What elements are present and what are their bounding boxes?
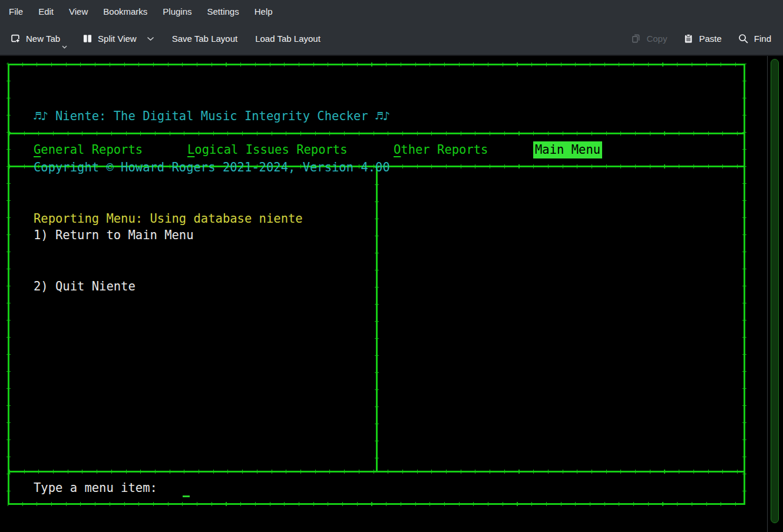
find-button[interactable]: Find (738, 34, 771, 44)
search-icon (738, 34, 749, 44)
new-tab-button[interactable]: New Tab (11, 34, 60, 44)
menu-view[interactable]: View (61, 0, 95, 22)
menu-option-return-main-menu[interactable]: 1) Return to Main Menu (34, 227, 194, 244)
find-label: Find (754, 34, 771, 44)
new-tab-label: New Tab (26, 34, 60, 44)
tui-border-bottom (8, 503, 745, 505)
load-tab-layout-button[interactable]: Load Tab Layout (255, 34, 321, 44)
split-view-chevron-icon[interactable] (147, 37, 154, 41)
konsole-window: File Edit View Bookmarks Plugins Setting… (0, 0, 783, 532)
paste-button[interactable]: Paste (683, 34, 721, 44)
scrollbar-thumb[interactable] (771, 59, 779, 523)
scrollbar-separator (767, 56, 768, 532)
menu-list: 1) Return to Main Menu 2) Quit Niente (34, 193, 194, 329)
tab-general-reports[interactable]: General Reports (34, 141, 143, 158)
copy-button: Copy (631, 34, 667, 44)
text-cursor (183, 495, 190, 497)
menu-prompt[interactable]: Type a menu item: (34, 480, 157, 497)
tab-main-menu[interactable]: Main Menu (533, 141, 602, 158)
split-view-button[interactable]: Split View (82, 34, 154, 44)
scrollbar-track[interactable] (766, 56, 783, 532)
app-title: ♬♪ Niente: The Digital Music Integrity C… (34, 108, 390, 125)
tab-label: ther Reports (401, 143, 488, 157)
tui-menu-row: General Reports Logical Issues Reports O… (8, 141, 745, 158)
tab-label: Main Menu (535, 143, 600, 157)
menu-file[interactable]: File (1, 0, 31, 22)
paste-label: Paste (699, 34, 721, 44)
copy-icon (631, 34, 641, 44)
niente-tui: ♬♪ Niente: The Digital Music Integrity C… (8, 64, 745, 505)
terminal-screen[interactable]: ♬♪ Niente: The Digital Music Integrity C… (0, 56, 766, 532)
menu-settings[interactable]: Settings (200, 0, 247, 22)
menu-edit[interactable]: Edit (31, 0, 61, 22)
tab-other-reports[interactable]: Other Reports (394, 141, 488, 158)
menu-plugins[interactable]: Plugins (155, 0, 199, 22)
load-tab-layout-label: Load Tab Layout (255, 34, 321, 44)
tab-label: eneral Reports (41, 143, 143, 157)
tab-accel: O (394, 143, 401, 157)
split-view-label: Split View (98, 34, 137, 44)
new-tab-icon (11, 34, 21, 44)
copyright-line: Copyright © Howard Rogers 2021-2024, Ver… (34, 159, 390, 176)
save-tab-layout-label: Save Tab Layout (172, 34, 237, 44)
split-view-icon (82, 34, 92, 44)
save-tab-layout-button[interactable]: Save Tab Layout (172, 34, 237, 44)
menu-bookmarks[interactable]: Bookmarks (95, 0, 155, 22)
menubar: File Edit View Bookmarks Plugins Setting… (0, 0, 783, 22)
tui-border-left (8, 64, 9, 505)
toolbar: New Tab Split View Save Tab Layo (0, 22, 783, 55)
paste-icon (683, 34, 693, 44)
new-tab-dropdown-chevron-icon[interactable] (62, 45, 67, 49)
tab-accel: G (34, 143, 41, 157)
copy-label: Copy (646, 34, 667, 44)
tui-divider-prompt (9, 471, 744, 472)
tui-border-top (8, 64, 745, 65)
tui-border-right (744, 64, 745, 505)
menu-option-quit-niente[interactable]: 2) Quit Niente (34, 278, 194, 295)
tab-logical-issues-reports[interactable]: Logical Issues Reports (187, 141, 348, 158)
tab-accel: L (187, 143, 194, 157)
tab-label: ogical Issues Reports (194, 143, 347, 157)
menu-help[interactable]: Help (247, 0, 280, 22)
